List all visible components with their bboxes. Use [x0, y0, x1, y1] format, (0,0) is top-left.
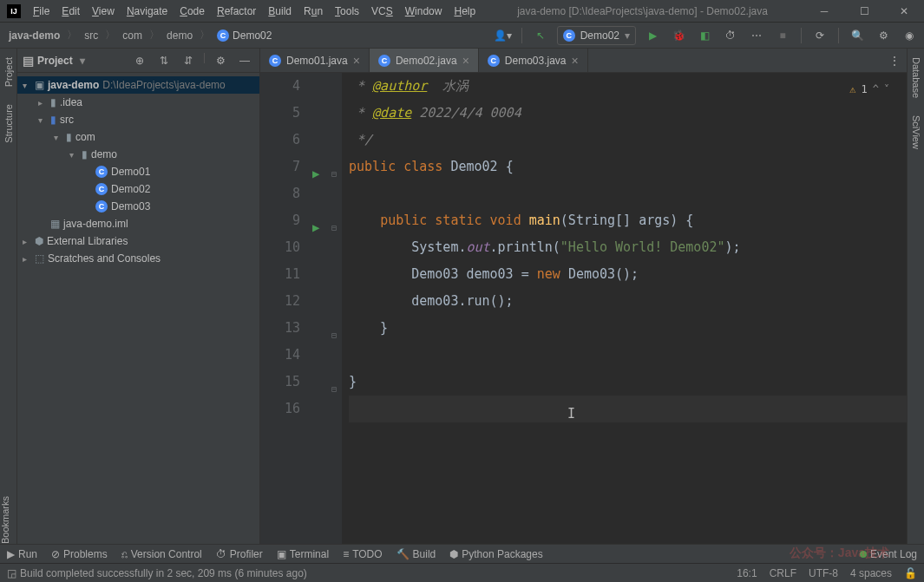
tool-run[interactable]: ▶Run	[7, 548, 37, 560]
line-separator[interactable]: CRLF	[770, 567, 796, 579]
toolwindow-icon[interactable]: ◲	[7, 567, 16, 579]
status-bar: ◲Build completed successfully in 2 sec, …	[0, 563, 924, 582]
menu-run[interactable]: Run	[298, 2, 328, 21]
menu-edit[interactable]: Edit	[56, 2, 85, 21]
add-config-icon[interactable]: 👤▾	[494, 26, 513, 45]
breadcrumb-class[interactable]: C Demo02	[213, 28, 275, 43]
class-icon: C	[95, 166, 108, 178]
tree-src[interactable]: ▾▮ src	[17, 111, 259, 128]
editor[interactable]: 45678910111213141516 ▶▶ ⊟⊟⊟⊟ ⚠ 1 ^˅ 𝙸 * …	[260, 73, 907, 544]
class-icon: C	[378, 55, 390, 67]
fold-gutter[interactable]: ⊟⊟⊟⊟	[330, 73, 342, 544]
run-configuration[interactable]: C Demo02 ▾	[557, 26, 636, 45]
fold-icon[interactable]: ⊟	[331, 322, 337, 349]
menu-build[interactable]: Build	[263, 2, 297, 21]
search-icon[interactable]: 🔍	[848, 26, 867, 45]
editor-tab-demo01[interactable]: C Demo01.java ×	[260, 49, 370, 72]
tool-bookmarks[interactable]: Bookmarks	[0, 496, 10, 544]
stop-button[interactable]: ■	[773, 26, 792, 45]
menu-navigate[interactable]: Navigate	[121, 2, 173, 21]
tool-terminal[interactable]: ▣Terminal	[277, 548, 329, 560]
menu-file[interactable]: File	[28, 2, 55, 21]
menu-help[interactable]: Help	[449, 2, 481, 21]
readonly-icon[interactable]: 🔓	[904, 567, 917, 579]
tool-python[interactable]: ⬢Python Packages	[449, 548, 542, 560]
class-icon: C	[217, 29, 229, 42]
breadcrumb-com[interactable]: com	[119, 28, 146, 43]
close-icon[interactable]: ×	[462, 54, 469, 68]
tree-root[interactable]: ▾▣ java-demo D:\IdeaProjects\java-demo	[17, 76, 259, 94]
select-opened-icon[interactable]: ⊕	[130, 51, 149, 70]
coverage-button[interactable]: ◧	[695, 26, 714, 45]
cursor-position[interactable]: 16:1	[737, 567, 757, 579]
bottom-tool-stripe: ▶Run ⊘Problems ⎌Version Control ⏱Profile…	[0, 544, 924, 563]
panel-settings-icon[interactable]: ⚙	[211, 51, 230, 70]
encoding[interactable]: UTF-8	[809, 567, 838, 579]
tool-todo[interactable]: ≡TODO	[343, 548, 382, 560]
close-icon[interactable]: ×	[353, 54, 360, 68]
menu-code[interactable]: Code	[174, 2, 210, 21]
collapse-all-icon[interactable]: ⇵	[179, 51, 198, 70]
watermark: 公众号：Java技术	[790, 546, 889, 561]
hide-panel-icon[interactable]: —	[235, 51, 254, 70]
tree-iml[interactable]: ▦ java-demo.iml	[17, 215, 259, 232]
breadcrumb-demo[interactable]: demo	[163, 28, 196, 43]
ide-icon[interactable]: ◉	[900, 26, 919, 45]
debug-button[interactable]: 🐞	[669, 26, 688, 45]
fold-icon[interactable]: ⊟	[331, 214, 337, 241]
tool-structure[interactable]: Structure	[3, 104, 14, 143]
menu-refactor[interactable]: Refactor	[212, 2, 261, 21]
tool-profiler[interactable]: ⏱Profiler	[216, 548, 263, 560]
menu-tools[interactable]: Tools	[330, 2, 364, 21]
settings-icon[interactable]: ⚙	[874, 26, 893, 45]
tree-com[interactable]: ▾▮ com	[17, 128, 259, 146]
more-run-icon[interactable]: ⋯	[747, 26, 766, 45]
run-button[interactable]: ▶	[643, 26, 662, 45]
close-button[interactable]: ✕	[884, 0, 924, 23]
titlebar: IJ File Edit View Navigate Code Refactor…	[0, 0, 924, 23]
breadcrumb-project[interactable]: java-demo	[5, 28, 63, 43]
fold-icon[interactable]: ⊟	[331, 160, 337, 187]
editor-tab-demo02[interactable]: C Demo02.java ×	[370, 49, 479, 72]
inspection-widget[interactable]: ⚠ 1 ^˅	[849, 76, 889, 103]
project-panel-header: Project ⊕ ⇅ ⇵ | ⚙ —	[17, 49, 259, 73]
expand-all-icon[interactable]: ⇅	[154, 51, 174, 70]
menu-window[interactable]: Window	[400, 2, 448, 21]
update-icon[interactable]: ⟳	[810, 26, 829, 45]
indent[interactable]: 4 spaces	[850, 567, 892, 579]
minimize-button[interactable]: ─	[804, 0, 844, 23]
tool-vcs[interactable]: ⎌Version Control	[121, 548, 202, 560]
tree-file-demo02[interactable]: C Demo02	[17, 180, 259, 198]
breadcrumb-src[interactable]: src	[81, 28, 102, 43]
line-numbers: 45678910111213141516	[260, 73, 309, 544]
main-menu: File Edit View Navigate Code Refactor Bu…	[28, 2, 481, 21]
menu-vcs[interactable]: VCS	[366, 2, 398, 21]
project-view-selector[interactable]: Project	[23, 54, 85, 68]
class-icon: C	[488, 55, 500, 67]
tree-scratches[interactable]: ▸⬚ Scratches and Consoles	[17, 250, 259, 267]
run-gutter[interactable]: ▶▶	[309, 73, 330, 544]
tool-project[interactable]: Project	[3, 57, 14, 87]
tree-file-demo03[interactable]: C Demo03	[17, 198, 259, 215]
tree-idea[interactable]: ▸▮ .idea	[17, 94, 259, 111]
tree-file-demo01[interactable]: C Demo01	[17, 163, 259, 180]
tree-demo[interactable]: ▾▮ demo	[17, 146, 259, 163]
run-line-icon[interactable]: ▶	[312, 160, 319, 187]
run-line-icon[interactable]: ▶	[312, 214, 319, 241]
fold-icon[interactable]: ⊟	[331, 376, 337, 402]
editor-tab-demo03[interactable]: C Demo03.java ×	[479, 49, 588, 72]
profile-button[interactable]: ⏱	[721, 26, 740, 45]
tool-build[interactable]: 🔨Build	[396, 548, 436, 560]
maximize-button[interactable]: ☐	[844, 0, 884, 23]
tool-problems[interactable]: ⊘Problems	[51, 548, 108, 560]
code-area[interactable]: ⚠ 1 ^˅ 𝙸 * @author 水涡 * @date 2022/4/4 0…	[342, 73, 907, 544]
back-icon[interactable]: ↖	[531, 26, 550, 45]
tool-sciview[interactable]: SciView	[911, 115, 921, 149]
tree-external[interactable]: ▸⬢ External Libraries	[17, 232, 259, 250]
close-icon[interactable]: ×	[572, 54, 579, 68]
menu-view[interactable]: View	[87, 2, 120, 21]
editor-tabs-more[interactable]: ⋮	[882, 49, 907, 72]
class-icon: C	[95, 200, 108, 213]
tool-database[interactable]: Database	[911, 57, 921, 98]
project-tree: ▾▣ java-demo D:\IdeaProjects\java-demo ▸…	[17, 73, 259, 271]
